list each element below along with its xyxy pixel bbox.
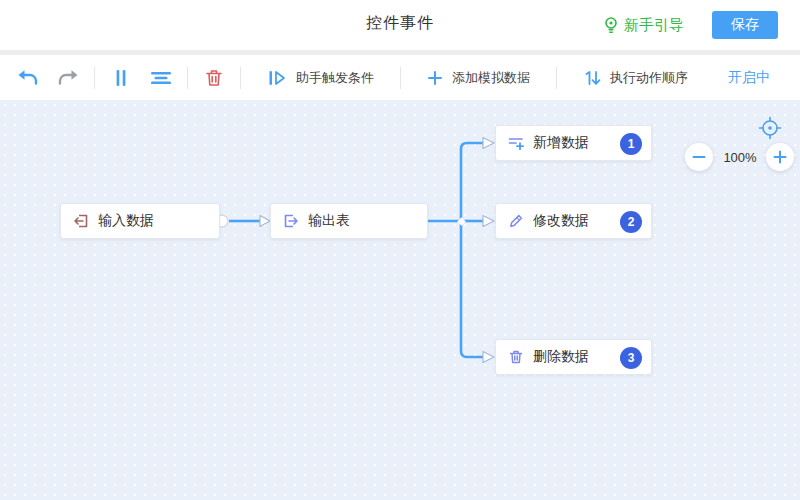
wire-branch-add (461, 143, 483, 221)
node-output-table[interactable]: 输出表 (270, 203, 428, 239)
save-button[interactable]: 保存 (712, 11, 778, 39)
arrowhead (483, 216, 494, 227)
bar-play-icon (267, 69, 287, 87)
header: 控件事件 新手引导 保存 (0, 0, 800, 50)
toolbar-divider (94, 67, 95, 89)
add-mock-data-label: 添加模拟数据 (452, 69, 530, 87)
toolbar-divider (240, 67, 241, 89)
node-label: 修改数据 (533, 212, 589, 230)
beginner-guide-link[interactable]: 新手引导 (603, 16, 684, 35)
trigger-condition-button[interactable]: 助手触发条件 (247, 69, 394, 87)
header-actions: 新手引导 保存 (603, 0, 778, 50)
lightbulb-icon (603, 16, 619, 35)
wire-junction (457, 217, 465, 225)
sort-order-icon (583, 69, 601, 87)
action-order-label: 执行动作顺序 (610, 69, 688, 87)
plus-icon (427, 70, 443, 86)
add-mock-data-button[interactable]: 添加模拟数据 (407, 69, 550, 87)
action-order-button[interactable]: 执行动作顺序 (563, 69, 708, 87)
page-title: 控件事件 (366, 13, 434, 34)
trigger-condition-label: 助手触发条件 (296, 69, 374, 87)
order-badge: 1 (620, 133, 642, 155)
toolbar-divider (187, 67, 188, 89)
undo-icon (16, 69, 40, 87)
zoom-out-button[interactable] (685, 143, 713, 171)
arrowhead (483, 352, 494, 363)
node-delete-data[interactable]: 删除数据 3 (495, 339, 652, 375)
crosshair-icon (757, 115, 783, 141)
undo-button[interactable] (8, 63, 48, 93)
status-toggle[interactable]: 开启中 (728, 69, 770, 87)
rows-plus-icon (508, 135, 524, 151)
wire-branch-delete (461, 221, 483, 357)
trash-icon (204, 68, 224, 88)
import-icon (73, 213, 89, 229)
toolbar-divider (556, 67, 557, 89)
locate-button[interactable] (757, 115, 783, 141)
minus-icon (692, 150, 706, 164)
order-badge: 3 (620, 347, 642, 369)
node-label: 输入数据 (98, 212, 154, 230)
node-input-data[interactable]: 输入数据 (60, 203, 220, 239)
arrowhead (483, 138, 494, 149)
redo-button[interactable] (48, 63, 88, 93)
vertical-bars-align-icon (111, 68, 131, 88)
node-label: 输出表 (308, 212, 350, 230)
arrowhead (260, 216, 270, 227)
plus-icon (773, 150, 787, 164)
align-vertical-button[interactable] (101, 63, 141, 93)
node-label: 新增数据 (533, 134, 589, 152)
flow-canvas[interactable]: 输入数据 输出表 新增数据 1 修改数据 2 (0, 100, 800, 500)
toolbar: 助手触发条件 添加模拟数据 执行动作顺序 开启中 (0, 55, 800, 100)
export-icon (283, 213, 299, 229)
node-label: 删除数据 (533, 348, 589, 366)
connection-wires (0, 100, 800, 500)
beginner-guide-label: 新手引导 (624, 16, 684, 35)
trash-icon (508, 349, 524, 365)
toolbar-divider (400, 67, 401, 89)
app-window: 控件事件 新手引导 保存 (0, 0, 800, 500)
zoom-in-button[interactable] (766, 143, 794, 171)
redo-icon (56, 69, 80, 87)
zoom-level: 100% (713, 150, 767, 165)
node-add-data[interactable]: 新增数据 1 (495, 125, 652, 161)
node-modify-data[interactable]: 修改数据 2 (495, 203, 652, 239)
edit-pencil-icon (508, 213, 524, 229)
delete-node-button[interactable] (194, 63, 234, 93)
align-horizontal-button[interactable] (141, 63, 181, 93)
horizontal-lines-align-icon (150, 68, 172, 88)
order-badge: 2 (620, 211, 642, 233)
